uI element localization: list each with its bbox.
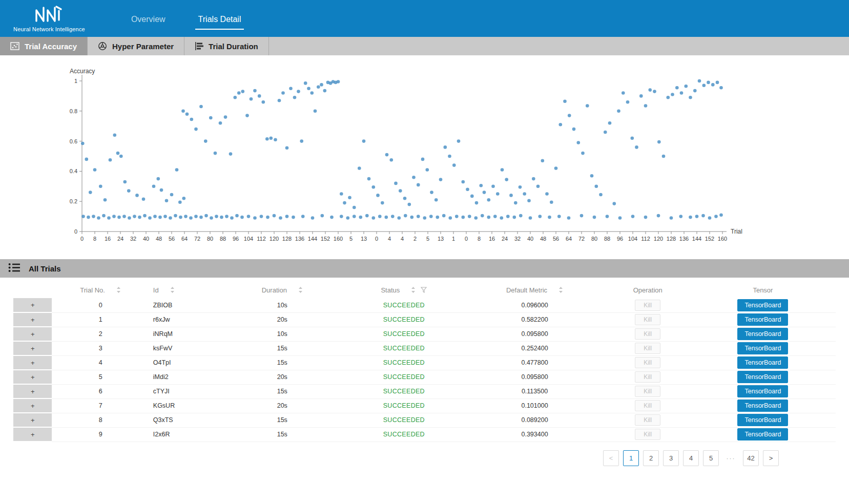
tab-trial-accuracy[interactable]: Trial Accuracy <box>0 37 88 55</box>
tensorboard-button[interactable]: TensorBoard <box>737 371 788 383</box>
expand-row-button[interactable]: + <box>14 385 51 397</box>
tensorboard-button[interactable]: TensorBoard <box>737 400 788 412</box>
tensorboard-button[interactable]: TensorBoard <box>737 299 788 311</box>
column-header-duration[interactable]: Duration <box>220 282 344 298</box>
tab-hyper-parameter[interactable]: Hyper Parameter <box>88 37 184 55</box>
page-button-42[interactable]: 42 <box>743 450 759 466</box>
trial-id-cell: r6xJw <box>149 312 221 327</box>
page-ellipsis[interactable]: ··· <box>723 455 739 462</box>
trial-no-cell: 4 <box>52 355 149 370</box>
svg-text:0.4: 0.4 <box>70 168 77 174</box>
table-body: +0ZBIOB10sSUCCEEDED0.096000KillTensorBoa… <box>13 298 836 442</box>
tensor-cell: TensorBoard <box>690 413 836 427</box>
svg-text:Trial: Trial <box>731 228 742 235</box>
kill-button[interactable]: Kill <box>635 414 660 426</box>
expand-row-button[interactable]: + <box>14 299 51 311</box>
operation-cell: Kill <box>606 427 690 442</box>
page-button-2[interactable]: 2 <box>643 450 659 466</box>
sort-icon[interactable] <box>411 286 416 293</box>
default-metric-cell: 0.101000 <box>464 398 606 413</box>
expand-row-button[interactable]: + <box>14 342 51 354</box>
expand-row-button[interactable]: + <box>14 313 51 326</box>
kill-button[interactable]: Kill <box>635 314 660 325</box>
nav-item-overview[interactable]: Overview <box>128 11 169 30</box>
svg-text:144: 144 <box>308 236 317 242</box>
column-header-id[interactable]: Id <box>149 282 221 298</box>
next-page-button[interactable]: > <box>763 450 779 466</box>
svg-text:0.2: 0.2 <box>70 198 77 204</box>
trial-id-cell: KGsUR <box>149 398 221 413</box>
tab-label: Trial Accuracy <box>25 42 77 51</box>
kill-button[interactable]: Kill <box>635 328 660 340</box>
svg-text:136: 136 <box>679 236 689 242</box>
status-cell: SUCCEEDED <box>344 312 464 327</box>
hyper-parameter-icon <box>98 41 107 51</box>
kill-button[interactable]: Kill <box>635 343 660 354</box>
sort-icon[interactable] <box>298 286 303 293</box>
sort-icon[interactable] <box>170 286 175 293</box>
expand-row-button[interactable]: + <box>14 371 51 383</box>
accuracy-chart-section: AccuracyTrial00.20.40.60.810816243240485… <box>0 55 849 249</box>
tensorboard-button[interactable]: TensorBoard <box>737 342 788 354</box>
kill-button[interactable]: Kill <box>635 400 660 411</box>
tensorboard-button[interactable]: TensorBoard <box>737 356 788 369</box>
duration-cell: 15s <box>220 355 344 370</box>
kill-button[interactable]: Kill <box>635 386 660 397</box>
page-button-5[interactable]: 5 <box>703 450 719 466</box>
trial-no-cell: 6 <box>52 384 149 398</box>
tensorboard-button[interactable]: TensorBoard <box>737 328 788 340</box>
trial-id-cell: Q3xTS <box>149 413 221 427</box>
tensor-cell: TensorBoard <box>690 355 836 370</box>
svg-text:56: 56 <box>553 236 559 242</box>
trial-no-cell: 0 <box>52 298 149 312</box>
operation-cell: Kill <box>606 327 690 341</box>
prev-page-button[interactable]: < <box>603 450 619 466</box>
expand-row-button[interactable]: + <box>14 328 51 340</box>
sort-icon[interactable] <box>116 286 121 293</box>
expand-cell: + <box>13 298 52 312</box>
column-header-trial-no-[interactable]: Trial No. <box>52 282 149 298</box>
page-button-4[interactable]: 4 <box>683 450 699 466</box>
expand-row-button[interactable]: + <box>14 414 51 426</box>
table-row: +2iNRqM10sSUCCEEDED0.095800KillTensorBoa… <box>13 327 836 341</box>
column-header-default-metric[interactable]: Default Metric <box>464 282 606 298</box>
svg-text:0: 0 <box>465 236 468 242</box>
tensorboard-button[interactable]: TensorBoard <box>737 414 788 426</box>
sort-icon[interactable] <box>558 286 563 293</box>
svg-text:120: 120 <box>270 236 279 242</box>
tensorboard-button[interactable]: TensorBoard <box>737 428 788 440</box>
kill-button[interactable]: Kill <box>635 300 660 311</box>
svg-text:104: 104 <box>244 236 253 242</box>
nni-trials-detail-page: { "header": { "logo_title": "Neural Netw… <box>0 0 849 504</box>
svg-text:144: 144 <box>692 236 701 242</box>
nav-item-trials-detail[interactable]: Trials Detail <box>195 11 244 30</box>
trials-table: Trial No.IdDurationStatusDefault MetricO… <box>13 282 836 442</box>
table-row: +3ksFwV15sSUCCEEDED0.252400KillTensorBoa… <box>13 341 836 355</box>
kill-button[interactable]: Kill <box>635 371 660 383</box>
table-row: +7KGsUR20sSUCCEEDED0.101000KillTensorBoa… <box>13 398 836 413</box>
kill-button[interactable]: Kill <box>635 429 660 440</box>
tensorboard-button[interactable]: TensorBoard <box>737 313 788 326</box>
default-metric-cell: 0.095800 <box>464 370 606 384</box>
expand-row-button[interactable]: + <box>14 428 51 440</box>
trial-id-cell: ZBIOB <box>149 298 221 312</box>
svg-text:16: 16 <box>489 236 495 242</box>
column-header-status[interactable]: Status <box>344 282 464 298</box>
svg-text:0.6: 0.6 <box>70 138 77 144</box>
page-button-1[interactable]: 1 <box>623 450 639 466</box>
expand-row-button[interactable]: + <box>14 356 51 369</box>
kill-button[interactable]: Kill <box>635 357 660 368</box>
operation-cell: Kill <box>606 355 690 370</box>
svg-text:152: 152 <box>705 236 714 242</box>
tensorboard-button[interactable]: TensorBoard <box>737 385 788 397</box>
filter-icon[interactable] <box>421 287 427 293</box>
all-trials-title: All Trials <box>29 264 61 273</box>
page-button-3[interactable]: 3 <box>663 450 679 466</box>
svg-text:0.8: 0.8 <box>70 108 77 114</box>
tab-trial-duration[interactable]: Trial Duration <box>184 37 269 55</box>
status-cell: SUCCEEDED <box>344 413 464 427</box>
expand-row-button[interactable]: + <box>14 400 51 412</box>
table-row: +5iMdi220sSUCCEEDED0.095800KillTensorBoa… <box>13 370 836 384</box>
duration-cell: 15s <box>220 341 344 355</box>
status-cell: SUCCEEDED <box>344 427 464 442</box>
